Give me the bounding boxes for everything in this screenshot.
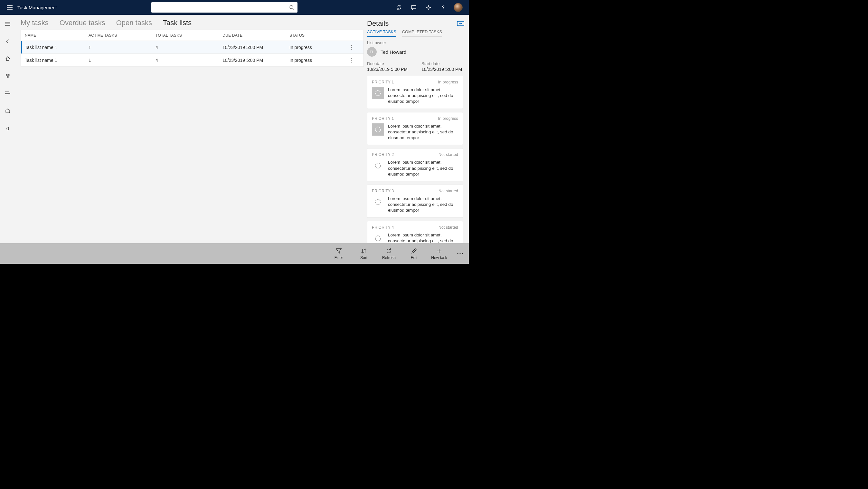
task-card[interactable]: PRIORITY 4Not started Lorem ipsum dolor … (367, 221, 463, 243)
filter-button[interactable]: Filter (329, 248, 348, 260)
svg-rect-5 (411, 5, 416, 9)
svg-line-4 (293, 8, 294, 10)
svg-point-31 (462, 253, 463, 254)
svg-point-21 (351, 58, 352, 59)
svg-point-27 (375, 199, 380, 205)
owner-row: FL Ted Howard (367, 47, 463, 57)
gear-icon (426, 4, 431, 10)
owner-avatar: FL (367, 47, 377, 57)
progress-icon (374, 126, 381, 133)
rail-menu[interactable] (1, 19, 14, 29)
card-priority: PRIORITY 3 (372, 189, 394, 193)
task-card[interactable]: PRIORITY 3Not started Lorem ipsum dolor … (367, 184, 463, 218)
due-date-label: Due date (367, 61, 409, 66)
due-date-value: 10/23/2019 5:00 PM (367, 67, 409, 72)
card-priority: PRIORITY 4 (372, 225, 394, 230)
task-card[interactable]: PRIORITY 1In progress Lorem ipsum dolor … (367, 112, 463, 145)
search-box[interactable] (151, 2, 298, 12)
edit-button[interactable]: Edit (404, 248, 424, 260)
help-button[interactable] (437, 1, 450, 14)
list-icon (5, 91, 10, 95)
menu-button[interactable] (4, 2, 16, 13)
progress-icon (374, 90, 381, 97)
new-task-button[interactable]: New task (430, 248, 449, 260)
col-header-active[interactable]: ACTIVE TASKS (89, 33, 156, 38)
col-header-status[interactable]: STATUS (289, 33, 351, 38)
details-tab-completed[interactable]: COMPLETED TASKS (402, 30, 442, 37)
edit-icon (411, 248, 417, 254)
rail-count[interactable]: 0 (1, 123, 14, 133)
svg-point-20 (351, 49, 352, 50)
progress-thumbnail (372, 160, 384, 172)
avatar-image (454, 3, 463, 12)
tab-task-lists[interactable]: Task lists (163, 19, 192, 27)
rail-home[interactable] (1, 54, 14, 64)
svg-point-6 (428, 7, 429, 8)
details-tabs: ACTIVE TASKS COMPLETED TASKS (364, 30, 466, 37)
cell-total: 4 (156, 58, 222, 63)
rail-back[interactable] (1, 36, 14, 47)
svg-point-22 (351, 60, 352, 61)
svg-point-23 (351, 61, 352, 62)
details-tab-active[interactable]: ACTIVE TASKS (367, 30, 396, 37)
svg-point-24 (375, 90, 380, 96)
details-title: Details (367, 19, 389, 28)
col-header-total[interactable]: TOTAL TASKS (156, 33, 222, 38)
svg-point-3 (290, 5, 293, 9)
search-icon (289, 5, 294, 10)
start-date-value: 10/23/2019 5:00 PM (422, 67, 463, 72)
card-description: Lorem ipsum dolor sit amet, consectetur … (388, 160, 458, 177)
hamburger-icon (5, 22, 10, 26)
home-icon (5, 56, 10, 61)
back-icon (5, 39, 10, 44)
plus-icon (436, 248, 442, 254)
progress-thumbnail (372, 232, 384, 243)
command-bar: Filter Sort Refresh Edit New task (0, 243, 469, 264)
table-row[interactable]: Task list name 1 1 4 10/23/2019 5:00 PM … (21, 41, 364, 54)
settings-button[interactable] (422, 1, 435, 14)
col-header-name[interactable]: NAME (21, 33, 89, 38)
row-more-button[interactable] (351, 58, 364, 63)
rail-list[interactable] (1, 88, 14, 98)
card-status: In progress (438, 80, 458, 84)
more-vertical-icon (351, 58, 352, 63)
cell-status: In progress (289, 45, 351, 50)
task-card[interactable]: PRIORITY 2Not started Lorem ipsum dolor … (367, 148, 463, 181)
row-more-button[interactable] (351, 45, 364, 50)
owner-name: Ted Howard (380, 49, 406, 55)
chat-icon (411, 4, 416, 10)
tab-overdue-tasks[interactable]: Overdue tasks (60, 19, 105, 27)
user-avatar[interactable] (452, 1, 465, 14)
svg-rect-17 (6, 110, 10, 113)
collapse-icon (459, 22, 463, 25)
tab-my-tasks[interactable]: My tasks (21, 19, 49, 27)
left-nav-rail: 0 (0, 15, 16, 243)
task-card[interactable]: PRIORITY 1In progress Lorem ipsum dolor … (367, 76, 463, 109)
main-content: My tasks Overdue tasks Open tasks Task l… (16, 15, 364, 243)
rail-modules[interactable] (1, 71, 14, 81)
progress-icon (374, 162, 381, 169)
table-row[interactable]: Task list name 1 1 4 10/23/2019 5:00 PM … (21, 54, 364, 67)
more-commands-button[interactable] (455, 250, 466, 257)
chat-button[interactable] (407, 1, 421, 14)
svg-point-25 (375, 127, 380, 132)
progress-icon (374, 198, 381, 205)
card-priority: PRIORITY 1 (372, 80, 394, 84)
rail-briefcase[interactable] (1, 106, 14, 116)
tab-open-tasks[interactable]: Open tasks (116, 19, 152, 27)
svg-point-18 (351, 45, 352, 46)
svg-point-12 (8, 75, 9, 76)
sync-button[interactable] (392, 1, 406, 14)
cell-name: Task list name 1 (21, 58, 89, 63)
refresh-button[interactable]: Refresh (379, 248, 399, 260)
view-tabs: My tasks Overdue tasks Open tasks Task l… (21, 15, 364, 30)
progress-thumbnail (372, 87, 384, 99)
collapse-panel-button[interactable] (457, 21, 464, 26)
sort-button[interactable]: Sort (354, 248, 373, 260)
more-vertical-icon (351, 45, 352, 50)
svg-point-13 (7, 76, 8, 78)
cell-name: Task list name 1 (21, 45, 89, 50)
search-input[interactable] (155, 5, 289, 10)
col-header-due[interactable]: DUE DATE (222, 33, 289, 38)
svg-point-29 (458, 253, 459, 254)
